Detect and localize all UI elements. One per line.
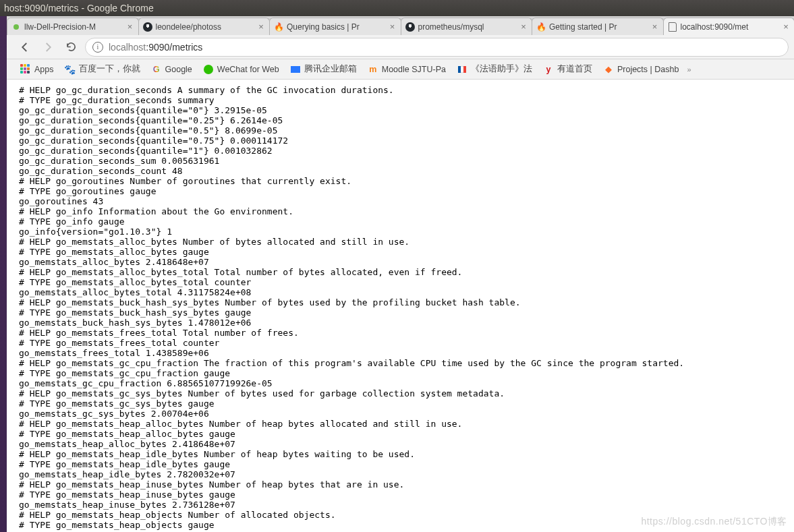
bookmark-icon <box>203 64 214 75</box>
bookmark-icon: y <box>543 64 554 75</box>
bookmark-label: Google <box>165 65 192 74</box>
tab-title: leondelee/photoss <box>156 22 254 32</box>
bookmark-item[interactable]: mMoodle SJTU-Pa <box>364 61 450 78</box>
tab-favicon <box>668 22 677 32</box>
bookmark-icon <box>20 64 31 75</box>
watermark-text: https://blog.csdn.net/51CTO博客 <box>641 516 787 528</box>
site-info-icon[interactable]: i <box>92 42 103 53</box>
tab-favicon: 🔥 <box>274 22 283 32</box>
tab-strip: llw-Dell-Precision-M×leondelee/photoss×🔥… <box>0 16 794 35</box>
tab-favicon <box>11 22 21 32</box>
bookmark-label: 有道首页 <box>557 63 592 75</box>
tab-close-icon[interactable]: × <box>257 23 265 31</box>
tab-title: Querying basics | Pr <box>287 22 385 32</box>
bookmark-label: WeChat for Web <box>217 65 279 74</box>
tab-title: Getting started | Pr <box>549 22 648 32</box>
bookmark-icon: G <box>151 64 162 75</box>
window-titlebar: host:9090/metrics - Google Chrome <box>0 0 794 16</box>
bookmarks-overflow-icon[interactable]: » <box>687 65 691 73</box>
tab-favicon <box>143 22 152 32</box>
bookmark-item[interactable]: 《法语助手》法 <box>453 61 536 78</box>
bookmark-label: Apps <box>34 65 54 74</box>
tab-favicon <box>405 22 415 32</box>
bookmark-item[interactable]: ◆Projects | Dashb <box>599 61 683 78</box>
url-text: localhost:9090/metrics <box>109 42 202 53</box>
browser-tab[interactable]: localhost:9090/met× <box>663 18 795 35</box>
tab-close-icon[interactable]: × <box>389 23 397 31</box>
bookmark-icon: ◆ <box>603 64 614 75</box>
bookmark-item[interactable]: WeChat for Web <box>199 61 283 78</box>
bookmark-label: 《法语助手》法 <box>471 63 532 75</box>
bookmark-label: Moodle SJTU-Pa <box>382 65 446 74</box>
bookmark-icon <box>290 64 301 75</box>
page-content: # HELP go_gc_duration_seconds A summary … <box>7 80 794 530</box>
tab-title: localhost:9090/met <box>681 22 779 32</box>
window-title: host:9090/metrics - Google Chrome <box>4 3 790 13</box>
tab-close-icon[interactable]: × <box>519 23 528 31</box>
bookmark-icon: 🐾 <box>65 64 76 75</box>
tab-title: llw-Dell-Precision-M <box>24 22 123 32</box>
bookmark-label: 百度一下，你就 <box>79 63 140 75</box>
bookmarks-bar: Apps🐾百度一下，你就GGoogleWeChat for Web腾讯企业邮箱m… <box>7 59 794 80</box>
browser-toolbar: i localhost:9090/metrics <box>7 35 794 59</box>
browser-tab[interactable]: llw-Dell-Precision-M× <box>7 18 139 35</box>
bookmark-item[interactable]: 🐾百度一下，你就 <box>61 61 144 78</box>
bookmark-icon <box>457 64 467 75</box>
bookmark-item[interactable]: y有道首页 <box>539 61 596 78</box>
browser-tab[interactable]: 🔥Getting started | Pr× <box>532 18 664 35</box>
desktop-left-edge <box>0 16 7 532</box>
bookmark-item[interactable]: 腾讯企业邮箱 <box>286 61 361 78</box>
browser-tab[interactable]: leondelee/photoss× <box>138 18 271 35</box>
reload-button[interactable] <box>62 38 80 56</box>
tab-favicon: 🔥 <box>536 22 546 32</box>
bookmark-item[interactable]: Apps <box>16 61 58 78</box>
bookmark-label: 腾讯企业邮箱 <box>304 63 357 75</box>
bookmark-label: Projects | Dashb <box>617 65 679 74</box>
tab-close-icon[interactable]: × <box>782 23 790 31</box>
tab-title: prometheus/mysql <box>418 22 517 32</box>
browser-tab[interactable]: 🔥Querying basics | Pr× <box>269 18 401 35</box>
bookmark-icon: m <box>368 64 378 75</box>
back-button[interactable] <box>16 38 34 56</box>
tab-close-icon[interactable]: × <box>126 23 134 31</box>
apps-icon <box>20 64 31 75</box>
forward-button[interactable] <box>39 38 57 56</box>
address-bar[interactable]: i localhost:9090/metrics <box>85 38 789 57</box>
bookmark-item[interactable]: GGoogle <box>147 61 196 78</box>
tab-close-icon[interactable]: × <box>651 23 659 31</box>
browser-tab[interactable]: prometheus/mysql× <box>401 18 533 35</box>
